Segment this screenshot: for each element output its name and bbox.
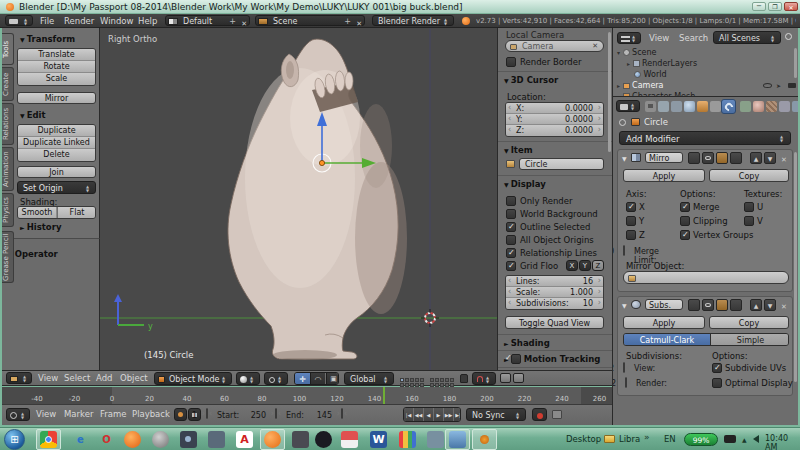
next-keyframe-button[interactable]: ▶▶ <box>444 408 453 422</box>
frame-end-field[interactable]: End:250 <box>275 408 277 419</box>
texture-u-checkbox[interactable] <box>744 202 754 212</box>
outliner-row-camera[interactable]: ▸ Camera <box>617 81 664 90</box>
record-button[interactable] <box>532 408 547 421</box>
object-data-tab-icon[interactable] <box>740 101 751 112</box>
jump-to-end-button[interactable]: ▶| <box>454 408 461 422</box>
outliner-scrollbar[interactable] <box>794 48 797 78</box>
layer-cell[interactable] <box>420 383 424 387</box>
cage-toggle-icon[interactable] <box>730 152 742 164</box>
editor-type-button[interactable] <box>617 32 641 44</box>
play-button[interactable]: ▶ <box>434 408 443 422</box>
expand-icon[interactable]: ▸ <box>617 82 620 89</box>
layer-cell[interactable] <box>435 383 439 387</box>
join-button[interactable]: Join <box>17 166 96 178</box>
render-tab-icon[interactable] <box>645 101 656 112</box>
subdivide-uvs-checkbox[interactable] <box>712 363 722 373</box>
scale-button[interactable]: Scale <box>18 73 95 85</box>
render-opengl-anim-icon[interactable] <box>513 373 524 383</box>
remove-layout-icon[interactable] <box>241 18 247 28</box>
toolshelf-tab-physics[interactable]: Physics <box>2 193 14 227</box>
close-button[interactable]: ✕ <box>784 2 798 11</box>
merge-checkbox[interactable] <box>680 202 690 212</box>
prev-keyframe-button[interactable]: ◀◀ <box>414 408 423 422</box>
pin-icon[interactable] <box>619 119 626 126</box>
duplicate-button[interactable]: Duplicate <box>18 125 95 137</box>
word-icon[interactable]: W <box>370 431 387 448</box>
battery-indicator[interactable]: 99% <box>684 433 718 446</box>
viewport-shading-dropdown[interactable] <box>236 372 260 385</box>
render-opengl-icon[interactable] <box>500 373 511 383</box>
internet-explorer-icon[interactable]: e <box>72 431 89 448</box>
remove-scene-icon[interactable] <box>356 18 362 28</box>
mirror-object-field[interactable] <box>623 271 789 284</box>
3d-viewport[interactable]: Right Ortho <box>100 28 497 370</box>
view-subdivisions-field[interactable]: View:2 <box>623 362 625 373</box>
scale-manipulator-button[interactable]: ▣ <box>326 373 339 385</box>
layers-widget-2[interactable] <box>430 374 455 384</box>
grid-axis-x-toggle[interactable]: X <box>566 260 578 271</box>
move-modifier-up-button[interactable]: ▲ <box>750 299 762 311</box>
only-render-checkbox[interactable] <box>506 196 516 206</box>
screen-layout-selector[interactable]: Default + <box>165 15 250 26</box>
cursor-x-field[interactable]: X:0.0000 <box>506 103 603 114</box>
edit-mode-toggle-icon[interactable] <box>716 299 728 311</box>
timeline-ruler[interactable]: -40-200204060801001201401601802002202402… <box>2 387 612 404</box>
grid-lines-field[interactable]: Lines:16 <box>506 276 603 287</box>
orientation-dropdown[interactable]: Global <box>344 372 394 385</box>
grid-subdivisions-field[interactable]: Subdivisions:10 <box>506 298 603 309</box>
show-hidden-icons-button[interactable]: ▲ <box>742 436 747 443</box>
camera-object-field[interactable]: Camera ✕ <box>505 40 604 52</box>
current-frame-marker[interactable] <box>383 387 385 404</box>
viewport-visibility-toggle-icon[interactable] <box>702 299 714 311</box>
camera-app-icon[interactable] <box>180 431 197 448</box>
menu-frame[interactable]: Frame <box>100 407 126 421</box>
clock[interactable]: 10:40 AM <box>765 434 800 450</box>
delete-modifier-button[interactable] <box>781 154 787 164</box>
menu-playback[interactable]: Playback <box>132 407 170 421</box>
simple-button[interactable]: Simple <box>710 334 789 346</box>
minimize-button[interactable]: − <box>752 2 766 11</box>
menu-render[interactable]: Render <box>64 14 94 28</box>
move-modifier-down-button[interactable]: ▼ <box>764 152 776 164</box>
start-button[interactable]: ⊞ <box>4 429 25 450</box>
image-app-icon[interactable] <box>427 431 444 448</box>
menu-help[interactable]: Help <box>138 14 157 28</box>
mode-dropdown[interactable]: Object Mode <box>154 372 232 385</box>
all-object-origins-checkbox[interactable] <box>506 235 516 245</box>
layer-cell[interactable] <box>430 383 434 387</box>
object-tab-icon[interactable] <box>697 101 708 112</box>
preview-range-icon[interactable] <box>174 408 187 421</box>
shading-panel-header[interactable]: Shading <box>504 338 550 348</box>
mirror-y-checkbox[interactable] <box>626 216 636 226</box>
projector-app-icon[interactable] <box>449 431 466 448</box>
folder-icon[interactable] <box>604 435 615 443</box>
layer-cell[interactable] <box>410 383 414 387</box>
apply-button[interactable]: Apply <box>623 169 705 182</box>
motion-tracking-panel-header[interactable]: Motion Tracking <box>504 354 600 364</box>
toolshelf-tab-relations[interactable]: Relations <box>2 103 14 145</box>
sync-dropdown[interactable]: No Sync <box>466 408 526 421</box>
speaker-icon[interactable] <box>753 435 759 443</box>
colorbars-app-icon[interactable] <box>399 431 416 448</box>
texture-tab-icon[interactable] <box>766 101 777 112</box>
properties-scrollbar[interactable] <box>794 152 797 382</box>
snap-dropdown[interactable] <box>472 372 496 385</box>
relationship-lines-checkbox[interactable] <box>506 248 516 258</box>
merge-limit-field[interactable]: Merge Limit:0.001000 <box>623 245 625 256</box>
history-panel-header[interactable]: History <box>20 222 61 232</box>
chrome-icon[interactable] <box>40 431 57 448</box>
toolshelf-tab-grease-pencil[interactable]: Grease Pencil <box>2 231 14 283</box>
delete-button[interactable]: Delete <box>18 149 95 161</box>
editor-type-button[interactable] <box>6 408 30 421</box>
libraries-label[interactable]: Libra <box>619 434 640 444</box>
item-name-field[interactable]: Circle <box>519 158 604 170</box>
render-subdivisions-field[interactable]: Render:2 <box>625 377 627 388</box>
world-tab-icon[interactable] <box>684 101 695 112</box>
translate-manipulator-button[interactable]: ✛ <box>295 373 310 385</box>
recorder-app-icon[interactable] <box>476 431 493 448</box>
mirror-button[interactable]: Mirror <box>17 92 96 104</box>
particles-tab-icon[interactable] <box>779 101 790 112</box>
media-player-icon[interactable] <box>152 431 169 448</box>
layer-cell[interactable] <box>445 383 449 387</box>
add-modifier-dropdown[interactable]: Add Modifier <box>619 131 791 145</box>
